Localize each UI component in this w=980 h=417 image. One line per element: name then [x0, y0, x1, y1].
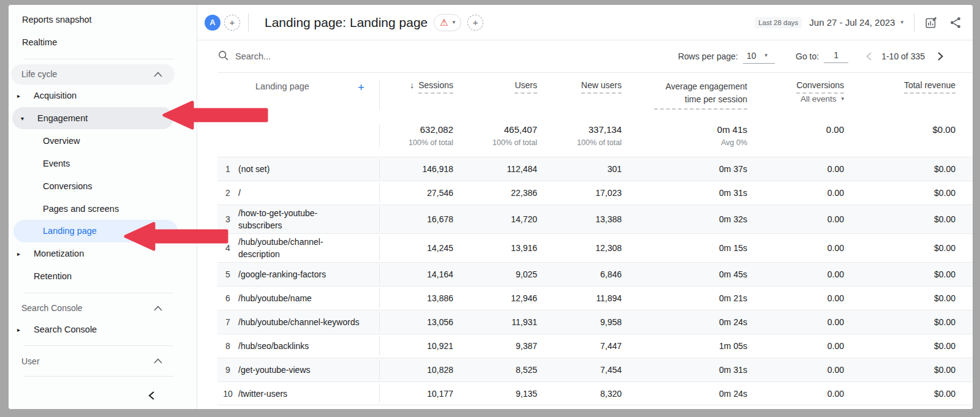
sidebar-item-retention[interactable]: Retention	[9, 265, 197, 288]
revenue-cell: $0.00	[844, 164, 973, 174]
conversions-column-header[interactable]: Conversions All events ▾	[747, 80, 844, 110]
avg-engagement-cell: 0m 31s	[622, 188, 747, 198]
users-cell: 14,720	[453, 214, 537, 224]
share-icon[interactable]	[948, 15, 963, 30]
add-dimension-icon[interactable]: +	[358, 81, 364, 93]
chevron-up-icon	[154, 358, 162, 364]
table-row[interactable]: 10 /twitter-users 10,177 9,135 8,320 0m …	[217, 381, 973, 405]
totals-users: 465,407 100% of total	[453, 124, 537, 147]
new-users-column-header[interactable]: New users	[537, 80, 622, 110]
new-users-cell: 9,958	[537, 317, 622, 327]
landing-page-cell: /hub/seo/backlinks	[238, 340, 327, 352]
sessions-cell: 16,678	[380, 214, 453, 224]
section-header-life-cycle[interactable]: Life cycle	[11, 64, 175, 85]
new-users-cell: 7,447	[537, 341, 622, 351]
row-number: 4	[217, 243, 238, 253]
table-row[interactable]: 8 /hub/seo/backlinks 10,921 9,387 7,447 …	[217, 334, 973, 358]
insights-icon[interactable]	[924, 15, 938, 30]
previous-page-icon[interactable]	[862, 50, 875, 63]
landing-page-cell: /hub/youtube/name	[238, 292, 330, 304]
sidebar-item-realtime[interactable]: Realtime	[9, 31, 197, 54]
avg-engagement-cell: 0m 45s	[622, 269, 747, 279]
new-users-cell: 8,320	[537, 389, 622, 399]
table-header-row: Landing page + ↓Sessions Users New users…	[217, 72, 973, 116]
conversions-cell: 0.00	[747, 317, 844, 327]
conversions-cell: 0.00	[747, 188, 844, 198]
sidebar-item-label: Search Console	[34, 325, 97, 334]
table-row[interactable]: 2 / 27,546 22,386 17,023 0m 31s 0.00 $0.…	[217, 181, 973, 205]
new-users-cell: 12,308	[537, 243, 622, 253]
sidebar-item-label: Reports snapshot	[22, 15, 92, 24]
conversions-cell: 0.00	[747, 365, 844, 375]
table-row[interactable]: 4 /hub/youtube/channel-description 14,24…	[217, 233, 973, 262]
add-comparison-button[interactable]: +	[224, 15, 240, 31]
section-header-user[interactable]: User	[9, 351, 175, 371]
report-nav-sidebar: Reports snapshot Realtime Life cycle ▸ A…	[9, 5, 197, 409]
users-column-header[interactable]: Users	[453, 80, 537, 110]
revenue-cell: $0.00	[844, 293, 973, 303]
section-label: User	[21, 356, 154, 366]
collapse-sidebar-button[interactable]	[144, 388, 159, 403]
row-number: 6	[217, 293, 238, 303]
avg-engagement-column-header[interactable]: Average engagement time per session	[622, 80, 747, 110]
caret-down-icon: ▾	[453, 20, 456, 25]
caret-down-icon: ▾	[900, 20, 903, 25]
sessions-header-label[interactable]: Sessions	[418, 80, 453, 94]
new-users-header-label[interactable]: New users	[581, 80, 622, 94]
sidebar-item-acquisition[interactable]: ▸ Acquisition	[9, 85, 197, 107]
sidebar-item-label: Engagement	[37, 113, 88, 123]
table-row[interactable]: 6 /hub/youtube/name 13,886 12,946 11,894…	[217, 286, 973, 310]
sidebar-item-reports-snapshot[interactable]: Reports snapshot	[9, 9, 197, 31]
sessions-column-header[interactable]: ↓Sessions	[380, 80, 453, 110]
revenue-cell: $0.00	[844, 188, 973, 198]
table-row[interactable]: 5 /google-ranking-factors 14,164 9,025 6…	[217, 262, 973, 286]
pagination-controls: Rows per page: 10 ▾ Go to: 1 1-10 of 335	[678, 50, 947, 64]
section-header-search-console[interactable]: Search Console	[9, 298, 175, 318]
landing-page-cell: /	[238, 187, 259, 199]
sidebar-divider	[23, 59, 173, 59]
sessions-cell: 146,918	[380, 164, 453, 174]
sidebar-item-pages-and-screens[interactable]: Pages and screens	[9, 197, 197, 220]
chevron-up-icon	[154, 72, 162, 77]
sidebar-item-landing-page[interactable]: Landing page	[13, 220, 178, 242]
rows-per-page-select[interactable]: 10 ▾	[743, 50, 775, 64]
total-revenue-header-label[interactable]: Total revenue	[904, 80, 956, 94]
table-row[interactable]: 7 /hub/youtube/channel-keywords 13,056 1…	[217, 310, 973, 334]
sidebar-item-engagement[interactable]: ▾ Engagement	[12, 107, 173, 130]
conversions-event-filter[interactable]: All events ▾	[801, 94, 844, 103]
conversions-header-label[interactable]: Conversions	[796, 80, 844, 94]
data-quality-badge[interactable]: ⚠ ▾	[434, 14, 461, 31]
landing-page-header-label[interactable]: Landing page	[255, 81, 309, 91]
landing-page-cell: /google-ranking-factors	[238, 268, 344, 280]
revenue-cell: $0.00	[844, 317, 973, 327]
search-input[interactable]: Search...	[217, 50, 678, 64]
landing-page-cell: /twitter-users	[238, 388, 306, 400]
avg-engagement-cell: 0m 37s	[622, 164, 747, 174]
users-cell: 13,916	[453, 243, 537, 253]
chevron-up-icon	[154, 306, 162, 311]
avg-engagement-header-label[interactable]: Average engagement time per session	[654, 80, 747, 110]
add-filter-button[interactable]: +	[467, 15, 483, 31]
conversions-cell: 0.00	[747, 389, 844, 399]
avatar[interactable]: A	[205, 15, 221, 31]
search-placeholder: Search...	[235, 51, 271, 61]
sidebar-item-conversions[interactable]: Conversions	[9, 175, 197, 197]
users-header-label[interactable]: Users	[514, 80, 537, 94]
sidebar-divider	[23, 376, 173, 377]
next-page-icon[interactable]	[933, 50, 947, 63]
sidebar-item-monetization[interactable]: ▸ Monetization	[9, 242, 197, 265]
total-revenue-column-header[interactable]: Total revenue	[844, 80, 973, 110]
sidebar-item-events[interactable]: Events	[9, 152, 197, 175]
table-row[interactable]: 1 (not set) 146,918 112,484 301 0m 37s 0…	[217, 157, 973, 181]
new-users-cell: 11,894	[537, 293, 622, 303]
totals-spacer	[217, 124, 380, 147]
sidebar-item-overview[interactable]: Overview	[9, 129, 197, 152]
conversions-cell: 0.00	[747, 269, 844, 279]
section-label: Search Console	[21, 303, 154, 313]
conversions-cell: 0.00	[747, 293, 844, 303]
table-row[interactable]: 9 /get-youtube-views 10,828 8,525 7,454 …	[217, 358, 973, 381]
table-row[interactable]: 3 /how-to-get-youtube-subscribers 16,678…	[217, 205, 973, 233]
date-range-picker[interactable]: Jun 27 - Jul 24, 2023 ▾	[809, 17, 903, 28]
goto-page-input[interactable]: 1	[824, 50, 848, 63]
sidebar-item-search-console[interactable]: ▸ Search Console	[9, 318, 197, 341]
